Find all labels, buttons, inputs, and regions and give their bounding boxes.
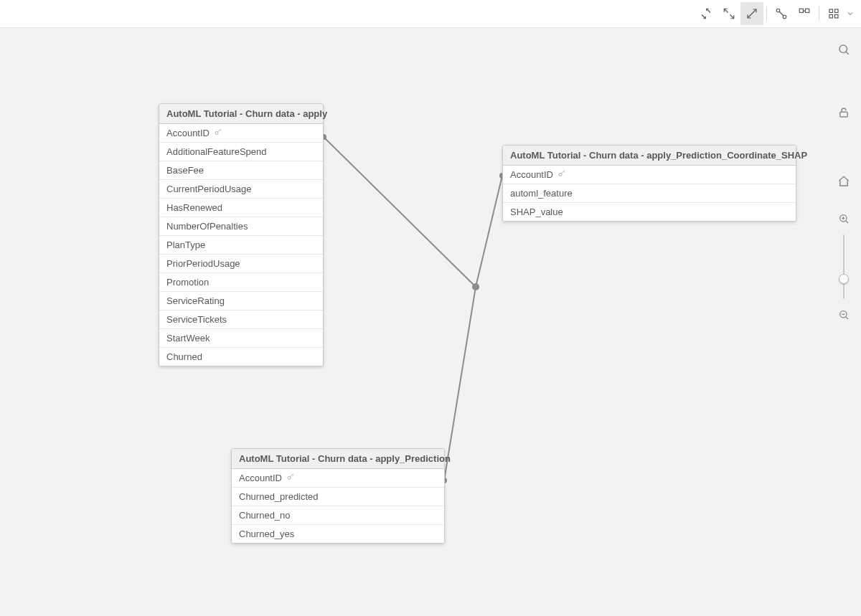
svg-rect-12 <box>829 9 833 13</box>
field-name: NumberOfPenalties <box>166 221 248 232</box>
svg-rect-15 <box>835 15 839 19</box>
svg-line-40 <box>846 317 848 319</box>
field-name: Churned <box>166 351 202 362</box>
layout-connected-icon[interactable] <box>770 2 793 25</box>
field-row[interactable]: NumberOfPenalties <box>159 217 323 236</box>
svg-line-3 <box>730 15 734 19</box>
svg-point-32 <box>839 45 847 53</box>
svg-rect-10 <box>806 9 809 12</box>
model-canvas[interactable]: AutoML Tutorial - Churn data - apply Acc… <box>0 28 861 616</box>
field-row[interactable]: PlanType <box>159 236 323 255</box>
table-prediction-coordinate-shap[interactable]: AutoML Tutorial - Churn data - apply_Pre… <box>502 145 796 222</box>
table-prediction[interactable]: AutoML Tutorial - Churn data - apply_Pre… <box>231 448 445 544</box>
field-name: AccountID <box>166 128 210 138</box>
zoom-slider[interactable] <box>834 209 854 325</box>
field-name: AdditionalFeatureSpend <box>166 146 267 157</box>
chevron-down-icon[interactable] <box>845 2 855 25</box>
svg-line-31 <box>292 475 293 476</box>
svg-line-28 <box>563 171 565 173</box>
field-name: SHAP_value <box>510 207 563 217</box>
field-name: AccountID <box>510 169 553 180</box>
field-row[interactable]: SHAP_value <box>503 203 796 221</box>
unlock-icon[interactable] <box>834 103 854 123</box>
svg-rect-14 <box>829 15 833 19</box>
top-toolbar <box>0 0 861 28</box>
field-row[interactable]: AccountID <box>232 469 444 488</box>
key-icon <box>557 169 566 180</box>
svg-point-26 <box>559 174 562 176</box>
field-name: Churned_yes <box>239 529 294 539</box>
field-row[interactable]: Churned_predicted <box>232 488 444 506</box>
field-row[interactable]: ServiceRating <box>159 292 323 311</box>
right-rail <box>827 28 861 616</box>
field-name: PriorPeriodUsage <box>166 258 240 269</box>
field-row[interactable]: Churned <box>159 348 323 366</box>
field-name: Promotion <box>166 277 209 288</box>
table-header[interactable]: AutoML Tutorial - Churn data - apply_Pre… <box>232 449 444 469</box>
zoom-out-icon[interactable] <box>834 305 854 325</box>
field-row[interactable]: AccountID <box>503 166 796 184</box>
svg-line-0 <box>707 9 710 12</box>
zoom-knob[interactable] <box>839 274 849 284</box>
fit-icon[interactable] <box>718 2 740 25</box>
svg-line-8 <box>779 11 784 16</box>
zoom-in-icon[interactable] <box>834 209 854 229</box>
field-row[interactable]: Churned_yes <box>232 525 444 543</box>
table-header[interactable]: AutoML Tutorial - Churn data - apply <box>159 104 323 124</box>
field-name: Churned_predicted <box>239 491 319 502</box>
expand-icon[interactable] <box>740 2 763 25</box>
field-row[interactable]: Promotion <box>159 273 323 292</box>
svg-line-4 <box>752 9 756 14</box>
svg-line-5 <box>748 14 752 18</box>
svg-line-33 <box>846 52 849 55</box>
svg-line-36 <box>846 221 848 223</box>
field-name: CurrentPeriodUsage <box>166 184 252 194</box>
field-name: StartWeek <box>166 333 210 343</box>
field-name: AccountID <box>239 473 282 483</box>
field-row[interactable]: automl_feature <box>503 184 796 203</box>
svg-line-17 <box>476 176 502 287</box>
svg-line-25 <box>220 130 221 131</box>
toolbar-separator <box>819 6 819 21</box>
field-name: HasRenewed <box>166 202 222 213</box>
svg-point-22 <box>472 283 479 290</box>
home-icon[interactable] <box>834 171 854 191</box>
field-row[interactable]: ServiceTickets <box>159 311 323 329</box>
svg-point-29 <box>288 477 291 480</box>
table-churn-data-apply[interactable]: AutoML Tutorial - Churn data - apply Acc… <box>159 103 324 366</box>
svg-rect-13 <box>835 9 839 13</box>
zoom-track[interactable] <box>843 234 844 299</box>
svg-point-23 <box>215 132 218 135</box>
search-icon[interactable] <box>834 39 854 60</box>
field-row[interactable]: Churned_no <box>232 506 444 525</box>
field-row[interactable]: StartWeek <box>159 329 323 348</box>
svg-line-16 <box>324 137 476 287</box>
key-icon <box>286 473 295 483</box>
svg-line-1 <box>702 15 705 19</box>
field-name: PlanType <box>166 240 205 250</box>
collapse-icon[interactable] <box>695 2 718 25</box>
svg-line-18 <box>444 287 476 480</box>
field-row[interactable]: CurrentPeriodUsage <box>159 180 323 199</box>
svg-rect-34 <box>840 112 848 117</box>
field-row[interactable]: AdditionalFeatureSpend <box>159 143 323 161</box>
field-name: automl_feature <box>510 188 573 199</box>
field-row[interactable]: BaseFee <box>159 161 323 180</box>
field-row[interactable]: HasRenewed <box>159 199 323 217</box>
field-name: ServiceRating <box>166 295 225 306</box>
field-row[interactable]: AccountID <box>159 124 323 143</box>
table-header[interactable]: AutoML Tutorial - Churn data - apply_Pre… <box>503 146 796 166</box>
key-icon <box>214 128 222 138</box>
field-row[interactable]: PriorPeriodUsage <box>159 255 323 273</box>
layout-grid-icon[interactable] <box>793 2 816 25</box>
field-name: BaseFee <box>166 165 204 176</box>
field-name: Churned_no <box>239 510 291 521</box>
svg-line-2 <box>724 9 728 12</box>
toolbar-separator <box>766 6 767 21</box>
app-grid-icon[interactable] <box>822 2 845 25</box>
svg-rect-9 <box>799 9 803 12</box>
field-name: ServiceTickets <box>166 314 227 325</box>
